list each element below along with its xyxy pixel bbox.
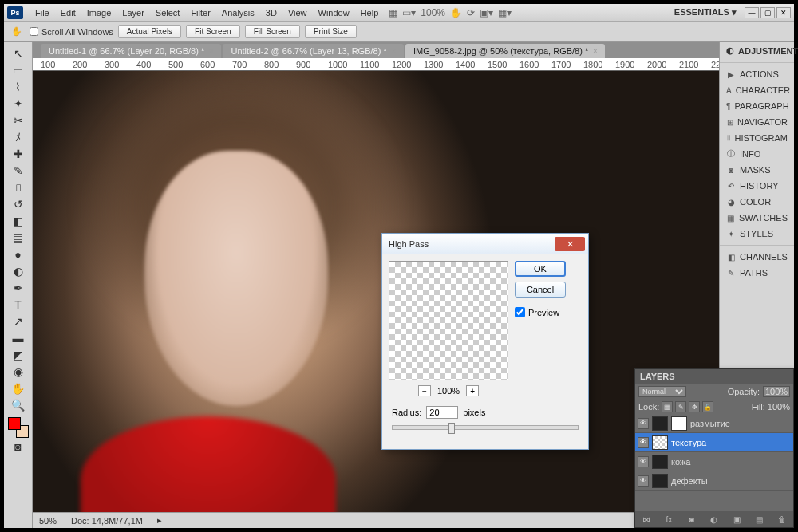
menu-view[interactable]: View (282, 6, 313, 20)
history-brush-tool[interactable]: ↺ (7, 196, 30, 212)
marquee-tool[interactable]: ▭ (7, 62, 30, 78)
menu-layer[interactable]: Layer (117, 6, 150, 20)
panel-actions[interactable]: ▶ACTIONS (720, 66, 794, 82)
radius-input[interactable] (426, 406, 458, 419)
slider-thumb[interactable] (448, 423, 455, 434)
blend-mode-select[interactable]: Normal (638, 386, 686, 397)
panel-navigator[interactable]: ⊞NAVIGATOR (720, 114, 794, 130)
opt-fit-screen[interactable]: Fit Screen (186, 25, 240, 38)
layer-row[interactable]: 👁размытие (635, 414, 793, 433)
dialog-close-icon[interactable]: ✕ (555, 237, 585, 251)
layer-row[interactable]: 👁кожа (635, 452, 793, 471)
menu-analysis[interactable]: Analysis (216, 6, 260, 20)
blur-tool[interactable]: ● (7, 246, 30, 262)
opt-print-size[interactable]: Print Size (305, 25, 357, 38)
panel-styles[interactable]: ✦STYLES (720, 226, 794, 242)
dodge-tool[interactable]: ◐ (7, 263, 30, 279)
scroll-all-checkbox[interactable]: Scroll All Windows (30, 27, 113, 37)
opt-fill-screen[interactable]: Fill Screen (245, 25, 300, 38)
visibility-icon[interactable]: 👁 (638, 475, 649, 487)
mask-thumbnail[interactable] (671, 416, 687, 431)
panel-histogram[interactable]: ⫴HISTOGRAM (720, 130, 794, 146)
move-tool[interactable]: ↖ (7, 45, 30, 61)
brush-tool[interactable]: ✎ (7, 163, 30, 179)
eraser-tool[interactable]: ◧ (7, 213, 30, 229)
link-layers-icon[interactable]: ⋈ (640, 514, 653, 525)
zoom-in-button[interactable]: + (466, 385, 479, 396)
layer-thumbnail[interactable] (652, 455, 668, 469)
menu-help[interactable]: Help (355, 6, 385, 20)
grid-icon[interactable]: ▦▾ (498, 7, 512, 18)
trash-icon[interactable]: 🗑 (776, 514, 788, 525)
lock-paint-icon[interactable]: ✎ (675, 401, 686, 412)
tab-close-icon[interactable]: × (593, 47, 597, 55)
pen-tool[interactable]: ✒ (7, 280, 30, 296)
new-layer-icon[interactable]: ▤ (753, 514, 766, 525)
gradient-tool[interactable]: ▤ (7, 230, 30, 246)
color-swatches[interactable] (8, 417, 29, 438)
stamp-tool[interactable]: ⎍ (7, 179, 30, 195)
maximize-button[interactable]: ▢ (760, 7, 775, 18)
type-tool[interactable]: T (7, 297, 30, 313)
hand-tool[interactable]: ✋ (7, 380, 30, 396)
menu-file[interactable]: File (30, 6, 55, 20)
panel-channels[interactable]: ◧CHANNELS (720, 249, 794, 265)
zoom-out-button[interactable]: − (418, 385, 431, 396)
fill-value[interactable]: 100% (768, 402, 790, 412)
lock-transparent-icon[interactable]: ▦ (662, 401, 673, 412)
mask-icon[interactable]: ◙ (685, 514, 698, 525)
visibility-icon[interactable]: 👁 (638, 437, 649, 448)
adjustments-panel[interactable]: ◐ ADJUSTMENTS (720, 42, 794, 59)
menu-3d[interactable]: 3D (260, 6, 282, 20)
filter-preview[interactable] (389, 261, 508, 380)
tab-close-icon[interactable]: × (209, 47, 213, 55)
minimize-button[interactable]: — (745, 7, 759, 18)
cancel-button[interactable]: Cancel (515, 282, 566, 298)
layer-thumbnail[interactable] (652, 416, 668, 431)
visibility-icon[interactable]: 👁 (638, 418, 649, 429)
lasso-tool[interactable]: ⌇ (7, 79, 30, 95)
panel-swatches[interactable]: ▦SWATCHES (720, 210, 794, 226)
hand-icon[interactable]: ✋ (450, 7, 462, 18)
tab-close-icon[interactable]: × (392, 47, 396, 55)
menu-filter[interactable]: Filter (185, 6, 215, 20)
status-arrow-icon[interactable]: ▸ (157, 515, 162, 526)
radius-slider[interactable] (392, 425, 579, 430)
3d-camera-tool[interactable]: ◉ (7, 364, 30, 380)
ok-button[interactable]: OK (515, 261, 566, 277)
document-tab[interactable]: Untitled-1 @ 66.7% (Layer 20, RGB/8) *× (41, 44, 221, 58)
preview-checkbox[interactable]: Preview (515, 307, 566, 317)
close-button[interactable]: ✕ (776, 7, 791, 18)
document-tab[interactable]: IMG_9058-2.jpg @ 50% (текстура, RGB/8) *… (405, 44, 606, 58)
quickmask-tool[interactable]: ◙ (7, 439, 30, 455)
screen-icon[interactable]: ▭▾ (402, 7, 416, 18)
panel-masks[interactable]: ◙MASKS (720, 162, 794, 178)
menu-window[interactable]: Window (313, 6, 355, 20)
heal-tool[interactable]: ✚ (7, 146, 30, 162)
shape-tool[interactable]: ▬ (7, 330, 30, 346)
layer-thumbnail[interactable] (652, 474, 668, 488)
layers-panel-header[interactable]: LAYERS (635, 369, 793, 384)
opacity-value[interactable]: 100% (763, 386, 790, 397)
workspace-switcher[interactable]: ESSENTIALS ▾ (668, 7, 743, 18)
eyedropper-tool[interactable]: ﾒ (7, 129, 30, 145)
rotate-icon[interactable]: ⟳ (467, 7, 475, 18)
3d-tool[interactable]: ◩ (7, 347, 30, 363)
layer-row[interactable]: 👁дефекты (635, 471, 793, 491)
panel-character[interactable]: ACHARACTER (720, 82, 794, 98)
panel-info[interactable]: ⓘINFO (720, 146, 794, 162)
adjustment-layer-icon[interactable]: ◐ (708, 514, 721, 525)
lock-all-icon[interactable]: 🔒 (702, 401, 713, 412)
zoom-tool[interactable]: 🔍 (7, 397, 30, 413)
opt-actual-pixels[interactable]: Actual Pixels (118, 25, 181, 38)
panel-paragraph[interactable]: ¶PARAGRAPH (720, 98, 794, 114)
layer-thumbnail[interactable] (652, 435, 668, 450)
document-tab[interactable]: Untitled-2 @ 66.7% (Layer 13, RGB/8) *× (223, 44, 403, 58)
visibility-icon[interactable]: 👁 (638, 456, 649, 467)
menu-image[interactable]: Image (81, 6, 117, 20)
zoom-level[interactable]: 50% (39, 516, 57, 526)
arrange-icon[interactable]: ▦ (389, 7, 397, 18)
panel-color[interactable]: ◕COLOR (720, 194, 794, 210)
canvas[interactable] (33, 71, 719, 512)
view-icon[interactable]: ▣▾ (480, 7, 493, 18)
